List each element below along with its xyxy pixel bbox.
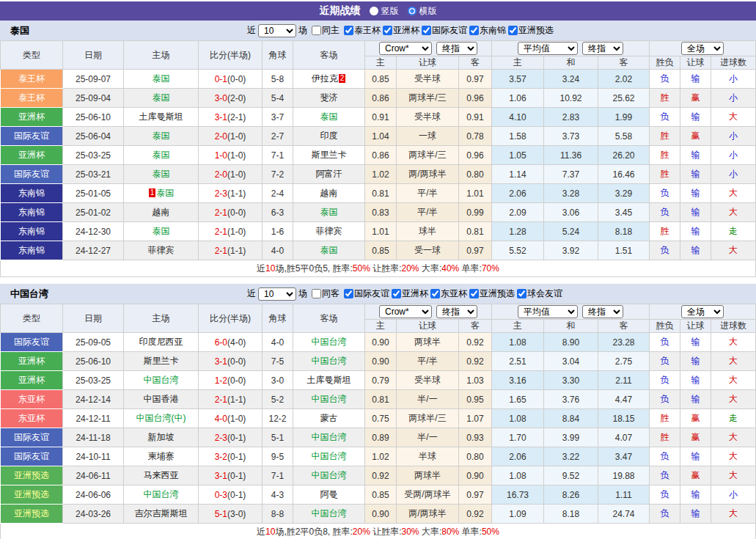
avg-away-cell: 4.47	[598, 390, 650, 409]
competition-checkbox[interactable]	[344, 289, 353, 298]
competition-filter[interactable]: 亚洲杯	[389, 287, 428, 300]
score-cell: 2-1(1-0)	[199, 222, 263, 241]
competition-label: 球会友谊	[527, 287, 562, 300]
competition-checkbox[interactable]	[469, 26, 479, 35]
type-cell: 国际友谊	[1, 165, 63, 184]
type-cell: 亚洲杯	[1, 371, 63, 390]
scope-select[interactable]: 全场	[681, 305, 724, 318]
competition-filter[interactable]: 东亚杯	[428, 287, 467, 300]
corner-cell: 6-3	[263, 203, 293, 222]
radio-unselected-icon[interactable]	[370, 7, 378, 15]
avg-away-cell: 18.15	[598, 409, 650, 428]
competition-checkbox[interactable]	[430, 289, 440, 298]
recent-count-select[interactable]: 10	[258, 24, 296, 37]
odds-select-group: Crow* 终指	[365, 304, 492, 320]
odds-time-select[interactable]: 终指	[436, 305, 477, 318]
goals-result-cell: 小	[711, 127, 756, 146]
radio-selected-icon[interactable]	[408, 7, 416, 15]
scope-select[interactable]: 全场	[681, 42, 724, 55]
radio-label-horizontal: 横版	[419, 5, 437, 18]
team-name: 马来西亚	[144, 470, 179, 480]
away-cell: 阿曼	[293, 485, 365, 505]
odds-away-cell: 0.92	[459, 352, 492, 371]
recent-count-select[interactable]: 10	[258, 287, 296, 301]
avg-source-select[interactable]: 平均值	[518, 42, 578, 55]
competition-filter[interactable]: 亚洲杯	[381, 24, 419, 37]
avg-home-cell: 1.06	[492, 89, 544, 108]
competition-filter[interactable]: 球会友谊	[515, 287, 562, 300]
avg-select-group: 平均值 终指	[492, 41, 650, 56]
handicap-result-cell: 赢	[680, 89, 711, 108]
team-name: 中国台湾	[144, 375, 179, 385]
odds-away-cell: 0.97	[459, 485, 492, 505]
competition-filter[interactable]: 国际友谊	[342, 287, 389, 300]
home-cell: 马来西亚	[124, 466, 199, 485]
team-name: 印度尼西亚	[139, 337, 183, 347]
competition-checkbox[interactable]	[469, 289, 479, 298]
full-time-score: 4-0	[215, 414, 227, 424]
results-body: 国际友谊25-09-05印度尼西亚6-0(4-0)4-0中国台湾0.90两球半0…	[1, 333, 756, 524]
avg-home-cell: 2.51	[492, 352, 544, 371]
competition-filter[interactable]: 亚洲预选	[506, 24, 554, 37]
table-row: 东亚杯24-12-14中国香港2-1(1-1)5-2中国台湾0.81半/一0.9…	[1, 390, 756, 409]
summary-segment: 10	[265, 527, 275, 537]
sub-header-result: 胜负	[650, 56, 680, 70]
competition-filter[interactable]: 泰王杯	[342, 24, 381, 37]
rank-badge: 1	[149, 188, 156, 197]
team-name: 吉尔吉斯斯坦	[135, 508, 188, 518]
odds-home-cell: 0.92	[365, 466, 397, 485]
avg-home-cell: 2.06	[492, 447, 544, 466]
type-cell: 东南锦	[1, 241, 63, 260]
competition-checkbox[interactable]	[392, 289, 401, 298]
half-time-score: (0-0)	[227, 74, 246, 84]
competition-checkbox[interactable]	[508, 26, 518, 35]
full-time-score: 3-1	[215, 356, 227, 367]
away-cell: 中国台湾	[293, 447, 365, 466]
corner-cell: 4-0	[263, 241, 293, 260]
odds-home-cell: 0.86	[365, 89, 397, 108]
competition-filter[interactable]: 国际友谊	[419, 24, 467, 37]
handicap-result-cell: 赢	[680, 428, 711, 447]
same-venue-checkbox[interactable]	[312, 26, 321, 35]
full-time-score: 2-1	[215, 208, 227, 218]
competition-checkbox[interactable]	[344, 26, 353, 35]
layout-option-horizontal[interactable]: 横版	[408, 5, 437, 18]
handicap-result-cell: 输	[680, 203, 711, 222]
same-venue-checkbox[interactable]	[312, 289, 321, 298]
competition-filter[interactable]: 东南锦	[467, 24, 506, 37]
home-cell: 中国台湾	[124, 485, 199, 505]
odds-time-select[interactable]: 终指	[436, 42, 477, 55]
date-cell: 24-12-14	[63, 390, 124, 409]
competition-checkbox[interactable]	[383, 26, 392, 35]
result-cell: 胜	[650, 428, 680, 447]
summary-segment: 场,胜2平0负8, 胜率:	[275, 527, 352, 537]
full-time-score: 3-1	[215, 112, 227, 122]
competition-label: 亚洲预选	[480, 287, 515, 300]
competition-filter[interactable]: 亚洲预选	[467, 287, 515, 300]
summary-segment: 单率:	[459, 263, 482, 274]
goals-result-cell: 大	[711, 333, 756, 352]
odds-line-cell: 受半球	[397, 108, 459, 127]
score-cell: 0-1(0-0)	[199, 70, 263, 89]
odds-source-select[interactable]: Crow*	[379, 305, 432, 318]
avg-time-select[interactable]: 终指	[582, 305, 623, 318]
team-name: 土库曼斯坦	[139, 111, 183, 122]
same-venue-filter[interactable]: 同客	[309, 287, 340, 300]
result-cell: 负	[650, 184, 680, 203]
half-time-score: (1-0)	[227, 227, 246, 237]
competition-checkbox[interactable]	[517, 289, 526, 298]
layout-option-vertical[interactable]: 竖版	[370, 5, 399, 18]
goals-result-cell: 大	[711, 505, 756, 524]
same-venue-filter[interactable]: 同主	[309, 24, 340, 37]
avg-time-select[interactable]: 终指	[582, 42, 623, 55]
team-name: 泰国	[153, 92, 170, 103]
competition-checkbox[interactable]	[422, 26, 431, 35]
half-time-score: (1-1)	[227, 188, 246, 199]
odds-home-cell: 1.02	[365, 165, 397, 184]
odds-source-select[interactable]: Crow*	[379, 42, 432, 55]
summary-segment: 近	[257, 263, 265, 274]
avg-source-select[interactable]: 平均值	[518, 305, 578, 318]
filter-bar: 近 10 场 同主 泰王杯亚洲杯国际友谊东南锦亚洲预选	[247, 24, 554, 37]
goals-result-cell: 小	[711, 89, 756, 108]
sub-header-odds-home: 主	[365, 320, 397, 333]
